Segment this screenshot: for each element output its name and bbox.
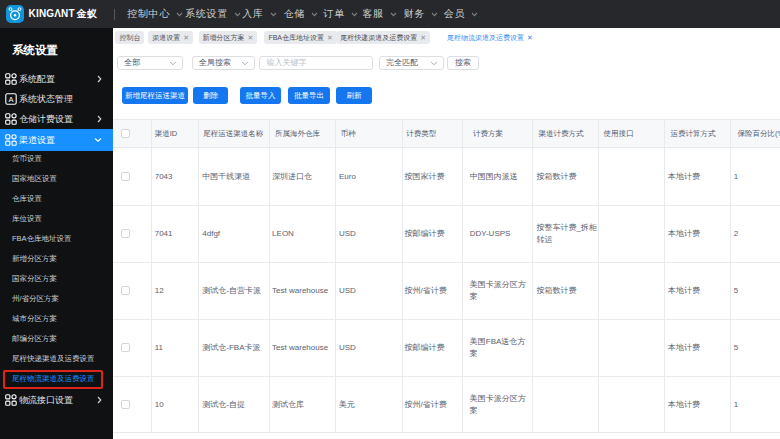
svg-text:A: A (8, 95, 13, 104)
